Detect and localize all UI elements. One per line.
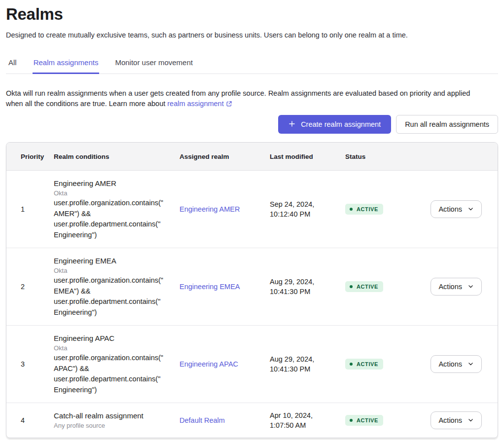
page-title: Realms [6, 5, 498, 24]
status-cell: ACTIVE [345, 326, 415, 403]
chevron-down-icon [468, 283, 474, 291]
tab-realm-assignments[interactable]: Realm assignments [33, 58, 100, 74]
condition-source: Any profile source [54, 421, 180, 430]
condition-title: Engineering AMER [54, 178, 180, 189]
condition-title: Engineering APAC [54, 333, 180, 344]
table-row-1: 1 Engineering AMER Okta user.profile.org… [6, 171, 498, 248]
assigned-realm-link[interactable]: Engineering EMEA [180, 283, 240, 291]
create-realm-assignment-button[interactable]: Create realm assignment [278, 115, 391, 134]
actions-button-label: Actions [438, 360, 462, 368]
assigned-realm-link[interactable]: Engineering AMER [180, 205, 240, 213]
tab-monitor-user-movement[interactable]: Monitor user movement [114, 58, 194, 74]
chevron-down-icon [468, 360, 474, 369]
condition-expression: user.profile.organization.contains("EMEA… [54, 275, 163, 318]
condition-source: Okta [54, 344, 180, 353]
realm-conditions-cell: Engineering AMER Okta user.profile.organ… [54, 171, 180, 248]
condition-expression: user.profile.organization.contains("AMER… [54, 198, 163, 240]
actions-button[interactable]: Actions [431, 200, 482, 218]
chevron-down-icon [468, 416, 474, 425]
realm-assignments-table: Priority Realm conditions Assigned realm… [6, 143, 498, 438]
tab-all[interactable]: All [7, 58, 18, 74]
assigned-realm-cell: Engineering APAC [180, 326, 270, 403]
status-dot-icon [350, 208, 353, 211]
status-label: ACTIVE [357, 284, 378, 290]
realm-conditions-cell: Engineering APAC Okta user.profile.organ… [54, 326, 180, 403]
condition-title: Engineering EMEA [54, 256, 180, 266]
table-row-3: 3 Engineering APAC Okta user.profile.org… [6, 326, 498, 403]
last-modified-cell: Apr 10, 2024, 1:07:50 AM [270, 403, 345, 438]
status-badge: ACTIVE [345, 415, 383, 426]
toolbar: Create realm assignment Run all realm as… [6, 115, 498, 134]
last-modified-cell: Sep 24, 2024, 10:12:40 PM [270, 171, 345, 248]
condition-title: Catch-all realm assignment [54, 410, 180, 421]
actions-button[interactable]: Actions [431, 355, 482, 373]
actions-button[interactable]: Actions [431, 278, 482, 296]
tab-bar: All Realm assignments Monitor user movem… [6, 58, 498, 74]
external-link-icon [224, 100, 232, 108]
condition-expression: user.profile.organization.contains("APAC… [54, 353, 163, 395]
status-dot-icon [350, 419, 353, 422]
assigned-realm-cell: Default Realm [180, 403, 270, 438]
column-header-realm-conditions: Realm conditions [54, 143, 180, 171]
tab-description: Okta will run realm assignments when a u… [6, 88, 489, 109]
assigned-realm-cell: Engineering EMEA [180, 248, 270, 326]
last-modified-cell: Aug 29, 2024, 10:41:30 PM [270, 248, 345, 326]
status-badge: ACTIVE [345, 204, 383, 215]
realm-assignments-table-card: Priority Realm conditions Assigned realm… [6, 142, 498, 438]
column-header-priority: Priority [6, 143, 54, 171]
realm-conditions-cell: Catch-all realm assignment Any profile s… [54, 403, 180, 438]
status-label: ACTIVE [357, 417, 378, 423]
description-text: Okta will run realm assignments when a u… [6, 89, 470, 108]
status-cell: ACTIVE [345, 171, 415, 248]
table-row-2: 2 Engineering EMEA Okta user.profile.org… [6, 248, 498, 326]
table-header-row: Priority Realm conditions Assigned realm… [6, 143, 498, 171]
status-badge: ACTIVE [345, 281, 383, 292]
realm-conditions-cell: Engineering EMEA Okta user.profile.organ… [54, 248, 180, 326]
priority-cell: 3 [6, 326, 54, 403]
status-cell: ACTIVE [345, 403, 415, 438]
priority-cell: 4 [6, 403, 54, 438]
status-dot-icon [350, 285, 353, 288]
actions-button-label: Actions [438, 283, 462, 291]
table-row-4: 4 Catch-all realm assignment Any profile… [6, 403, 498, 438]
actions-cell: Actions [415, 171, 498, 248]
realm-assignment-link[interactable]: realm assignment [167, 100, 232, 108]
actions-button[interactable]: Actions [431, 411, 482, 429]
column-header-last-modified: Last modified [270, 143, 345, 171]
column-header-actions [415, 143, 498, 171]
plus-icon [288, 120, 295, 129]
assigned-realm-link[interactable]: Engineering APAC [180, 360, 238, 368]
actions-button-label: Actions [438, 205, 462, 213]
status-dot-icon [350, 363, 353, 366]
priority-cell: 2 [6, 248, 54, 326]
status-badge: ACTIVE [345, 359, 383, 370]
page-subtitle: Designed to create mutually exclusive te… [6, 30, 498, 40]
condition-source: Okta [54, 189, 180, 198]
column-header-status: Status [345, 143, 415, 171]
chevron-down-icon [468, 205, 474, 214]
last-modified-cell: Aug 29, 2024, 10:41:30 PM [270, 326, 345, 403]
actions-cell: Actions [415, 248, 498, 326]
column-header-assigned-realm: Assigned realm [180, 143, 270, 171]
realms-page: Realms Designed to create mutually exclu… [0, 0, 504, 438]
priority-cell: 1 [6, 171, 54, 248]
assigned-realm-cell: Engineering AMER [180, 171, 270, 248]
actions-cell: Actions [415, 403, 498, 438]
status-label: ACTIVE [357, 361, 378, 367]
condition-source: Okta [54, 266, 180, 275]
create-realm-assignment-label: Create realm assignment [301, 120, 381, 128]
assigned-realm-link[interactable]: Default Realm [180, 416, 225, 424]
realm-assignment-link-label: realm assignment [167, 100, 223, 108]
status-label: ACTIVE [357, 206, 378, 212]
actions-button-label: Actions [438, 416, 462, 424]
actions-cell: Actions [415, 326, 498, 403]
status-cell: ACTIVE [345, 248, 415, 326]
run-all-realm-assignments-button[interactable]: Run all realm assignments [396, 115, 498, 134]
